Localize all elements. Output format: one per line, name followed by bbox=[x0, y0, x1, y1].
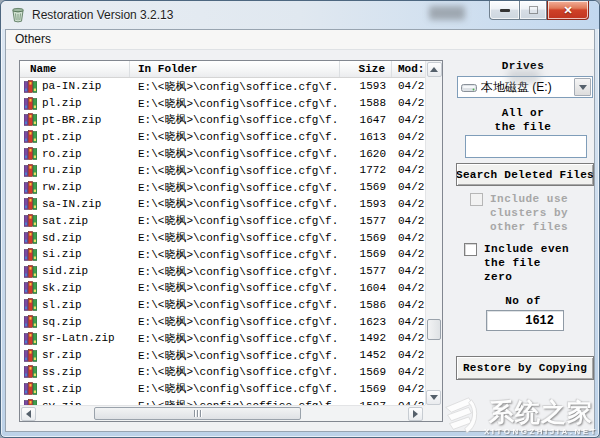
grip-icon bbox=[194, 410, 195, 417]
file-row[interactable]: sr-Latn.zip E:\<晓枫>\config\soffice.cfg\f… bbox=[20, 330, 425, 347]
column-header-modified[interactable]: Mod: bbox=[392, 61, 425, 77]
file-row[interactable]: pt.zip E:\<晓枫>\config\soffice.cfg\f... 1… bbox=[20, 128, 425, 145]
file-row[interactable]: ss.zip E:\<晓枫>\config\soffice.cfg\f... 1… bbox=[20, 364, 425, 381]
file-row[interactable]: sat.zip E:\<晓枫>\config\soffice.cfg\f... … bbox=[20, 212, 425, 229]
file-row[interactable]: sd.zip E:\<晓枫>\config\soffice.cfg\f... 1… bbox=[20, 229, 425, 246]
file-modified: 04/2 bbox=[392, 349, 425, 361]
file-size: 1586 bbox=[340, 299, 392, 311]
file-modified: 04/2 bbox=[392, 198, 425, 210]
client-area: Others Name In Folder Size Mod: pa-IN.zi… bbox=[5, 29, 595, 432]
titlebar: Restoration Version 3.2.13 ✕ bbox=[1, 1, 599, 29]
checkbox-label-line: the file bbox=[484, 256, 569, 270]
horizontal-scroll-thumb[interactable] bbox=[94, 407, 301, 420]
file-size: 1577 bbox=[340, 265, 392, 277]
file-folder: E:\<晓枫>\config\soffice.cfg\f... bbox=[130, 348, 340, 363]
file-row[interactable]: sa-IN.zip E:\<晓枫>\config\soffice.cfg\f..… bbox=[20, 196, 425, 213]
blurred-region bbox=[508, 70, 540, 84]
file-folder: E:\<晓枫>\config\soffice.cfg\f... bbox=[130, 230, 340, 245]
vertical-scroll-thumb[interactable] bbox=[427, 319, 441, 340]
file-row[interactable]: sr.zip E:\<晓枫>\config\soffice.cfg\f... 1… bbox=[20, 347, 425, 364]
close-button[interactable]: ✕ bbox=[547, 1, 589, 20]
zip-archive-icon bbox=[24, 332, 37, 345]
file-size: 1593 bbox=[340, 80, 392, 92]
file-row[interactable]: st.zip E:\<晓枫>\config\soffice.cfg\f... 1… bbox=[20, 380, 425, 397]
file-row[interactable]: ro.zip E:\<晓枫>\config\soffice.cfg\f... 1… bbox=[20, 145, 425, 162]
file-folder: E:\<晓枫>\config\soffice.cfg\f... bbox=[130, 129, 340, 144]
scroll-down-button[interactable] bbox=[426, 390, 441, 405]
list-header: Name In Folder Size Mod: bbox=[20, 61, 425, 78]
deleted-files-list: Name In Folder Size Mod: pa-IN.zip E:\<晓… bbox=[19, 60, 443, 422]
minimize-button[interactable] bbox=[489, 1, 519, 20]
file-name: st.zip bbox=[42, 383, 82, 395]
file-folder: E:\<晓枫>\config\soffice.cfg\f... bbox=[130, 280, 340, 295]
file-row[interactable]: sk.zip E:\<晓枫>\config\soffice.cfg\f... 1… bbox=[20, 280, 425, 297]
file-folder: E:\<晓枫>\config\soffice.cfg\f... bbox=[130, 146, 340, 161]
maximize-button[interactable] bbox=[519, 1, 547, 20]
chevron-down-icon bbox=[579, 85, 587, 90]
file-name: sq.zip bbox=[42, 316, 82, 328]
column-header-size[interactable]: Size bbox=[340, 61, 392, 77]
hard-drive-icon bbox=[461, 82, 477, 93]
menu-others[interactable]: Others bbox=[6, 30, 59, 49]
file-size: 1492 bbox=[340, 332, 392, 344]
zip-archive-icon bbox=[24, 214, 37, 227]
checkbox-icon bbox=[464, 243, 477, 256]
scroll-right-button[interactable] bbox=[408, 407, 423, 421]
zip-archive-icon bbox=[24, 147, 37, 160]
file-modified: 04/2 bbox=[392, 366, 425, 378]
file-row[interactable]: si.zip E:\<晓枫>\config\soffice.cfg\f... 1… bbox=[20, 246, 425, 263]
file-modified: 04/2 bbox=[392, 332, 425, 344]
close-icon: ✕ bbox=[563, 5, 572, 16]
file-name: sk.zip bbox=[42, 282, 82, 294]
file-row[interactable]: sid.zip E:\<晓枫>\config\soffice.cfg\f... … bbox=[20, 263, 425, 280]
file-modified: 04/2 bbox=[392, 248, 425, 260]
file-size: 1623 bbox=[340, 316, 392, 328]
file-row[interactable]: rw.zip E:\<晓枫>\config\soffice.cfg\f... 1… bbox=[20, 179, 425, 196]
zip-archive-icon bbox=[24, 298, 37, 311]
checkbox-label-line: Include even bbox=[484, 242, 569, 256]
vertical-scrollbar[interactable] bbox=[425, 61, 442, 406]
file-name: pa-IN.zip bbox=[42, 80, 101, 92]
zip-archive-icon bbox=[24, 164, 37, 177]
include-zero-checkbox[interactable]: Include even the file zero bbox=[464, 242, 569, 284]
file-modified: 04/2 bbox=[392, 282, 425, 294]
file-row[interactable]: ru.zip E:\<晓枫>\config\soffice.cfg\f... 1… bbox=[20, 162, 425, 179]
file-row[interactable]: sq.zip E:\<晓枫>\config\soffice.cfg\f... 1… bbox=[20, 313, 425, 330]
column-header-folder[interactable]: In Folder bbox=[130, 61, 340, 77]
restore-by-copying-button[interactable]: Restore by Copying bbox=[456, 356, 594, 380]
filename-input[interactable] bbox=[465, 135, 587, 158]
file-size: 1569 bbox=[340, 383, 392, 395]
file-name: sl.zip bbox=[42, 299, 82, 311]
include-clusters-checkbox[interactable]: Include use clusters by other files bbox=[470, 192, 568, 234]
file-folder: E:\<晓枫>\config\soffice.cfg\f... bbox=[130, 331, 340, 346]
file-folder: E:\<晓枫>\config\soffice.cfg\f... bbox=[130, 213, 340, 228]
app-window: Restoration Version 3.2.13 ✕ Others Name… bbox=[0, 0, 600, 438]
file-name: sr.zip bbox=[42, 349, 82, 361]
drive-dropdown-button[interactable] bbox=[574, 78, 591, 96]
window-controls: ✕ bbox=[489, 1, 589, 20]
file-row[interactable]: pl.zip E:\<晓枫>\config\soffice.cfg\f... 1… bbox=[20, 95, 425, 112]
file-folder: E:\<晓枫>\config\soffice.cfg\f... bbox=[130, 196, 340, 211]
file-size: 1593 bbox=[340, 198, 392, 210]
file-row[interactable]: sl.zip E:\<晓枫>\config\soffice.cfg\f... 1… bbox=[20, 296, 425, 313]
file-modified: 04/2 bbox=[392, 114, 425, 126]
zip-archive-icon bbox=[24, 197, 37, 210]
scroll-left-button[interactable] bbox=[21, 407, 36, 421]
file-name: sr-Latn.zip bbox=[42, 332, 115, 344]
file-name: sd.zip bbox=[42, 232, 82, 244]
file-folder: E:\<晓枫>\config\soffice.cfg\f... bbox=[130, 314, 340, 329]
horizontal-scrollbar[interactable] bbox=[20, 405, 425, 421]
file-row[interactable]: pt-BR.zip E:\<晓枫>\config\soffice.cfg\f..… bbox=[20, 112, 425, 129]
search-deleted-files-button[interactable]: Search Deleted Files bbox=[456, 163, 594, 186]
scroll-up-button[interactable] bbox=[427, 62, 442, 77]
file-count-field: 1612 bbox=[486, 310, 564, 331]
file-folder: E:\<晓枫>\config\soffice.cfg\f... bbox=[130, 264, 340, 279]
file-row[interactable]: pa-IN.zip E:\<晓枫>\config\soffice.cfg\f..… bbox=[20, 78, 425, 95]
arrow-down-icon bbox=[430, 395, 438, 400]
file-modified: 04/2 bbox=[392, 97, 425, 109]
arrow-right-icon bbox=[413, 410, 418, 418]
column-header-name[interactable]: Name bbox=[20, 61, 130, 77]
zip-archive-icon bbox=[24, 130, 37, 143]
file-name: pl.zip bbox=[42, 97, 82, 109]
file-name: sid.zip bbox=[42, 265, 88, 277]
